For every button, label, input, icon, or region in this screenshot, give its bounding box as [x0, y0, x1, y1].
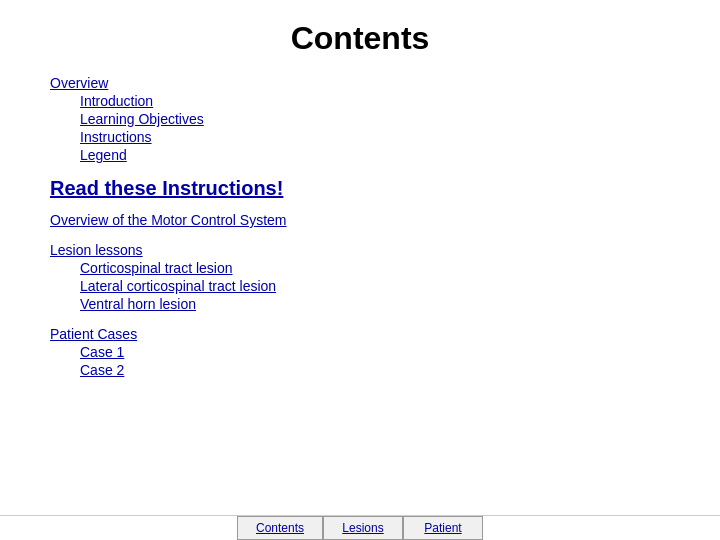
nav-patient[interactable]: Patient [403, 516, 483, 540]
ventral-horn-link[interactable]: Ventral horn lesion [80, 296, 670, 312]
patient-cases-link[interactable]: Patient Cases [50, 326, 670, 342]
read-instructions-section: Read these Instructions! [50, 177, 670, 200]
lateral-corticospinal-link[interactable]: Lateral corticospinal tract lesion [80, 278, 670, 294]
case-2-link[interactable]: Case 2 [80, 362, 670, 378]
lesion-lessons-section: Lesion lessons Corticospinal tract lesio… [50, 242, 670, 312]
page-title: Contents [50, 20, 670, 57]
motor-overview-section: Overview of the Motor Control System [50, 212, 670, 228]
nav-contents[interactable]: Contents [237, 516, 323, 540]
learning-objectives-link[interactable]: Learning Objectives [80, 111, 670, 127]
nav-lesions[interactable]: Lesions [323, 516, 403, 540]
patient-cases-section: Patient Cases Case 1 Case 2 [50, 326, 670, 378]
corticospinal-tract-link[interactable]: Corticospinal tract lesion [80, 260, 670, 276]
overview-section: Overview Introduction Learning Objective… [50, 75, 670, 163]
case-1-link[interactable]: Case 1 [80, 344, 670, 360]
overview-link[interactable]: Overview [50, 75, 670, 91]
read-instructions-link[interactable]: Read these Instructions! [50, 177, 283, 199]
bottom-nav: Contents Lesions Patient [0, 515, 720, 540]
introduction-link[interactable]: Introduction [80, 93, 670, 109]
legend-link[interactable]: Legend [80, 147, 670, 163]
instructions-link[interactable]: Instructions [80, 129, 670, 145]
lesion-lessons-link[interactable]: Lesion lessons [50, 242, 670, 258]
motor-overview-link[interactable]: Overview of the Motor Control System [50, 212, 670, 228]
